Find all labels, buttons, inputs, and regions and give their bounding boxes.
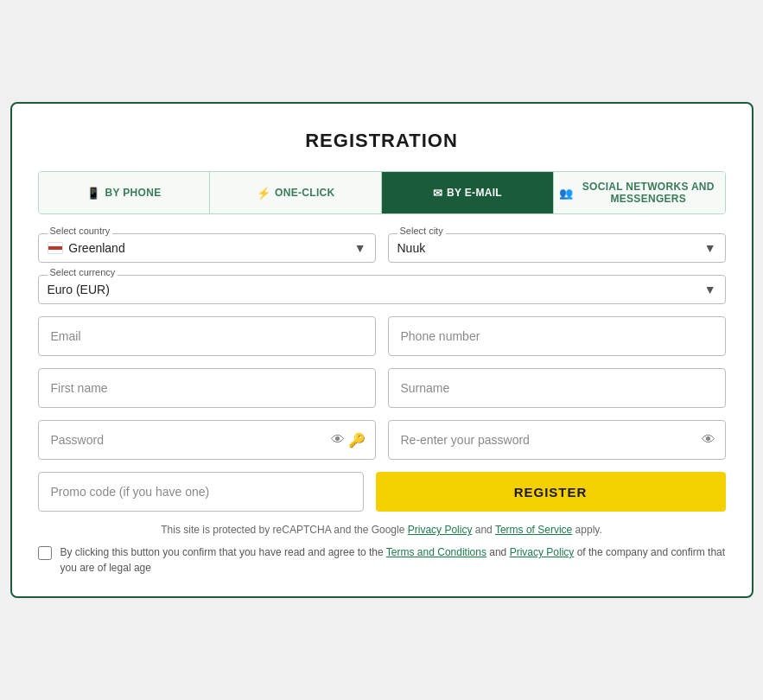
recaptcha-notice: This site is protected by reCAPTCHA and … <box>38 524 726 536</box>
tabs-container: 📱 BY PHONE ⚡ ONE-CLICK ✉ BY E-MAIL 👥 SOC… <box>38 171 726 214</box>
currency-group: Select currency Euro (EUR) ▼ <box>38 275 726 304</box>
surname-input[interactable] <box>388 368 726 408</box>
promo-input[interactable] <box>38 472 364 512</box>
terms-privacy-link[interactable]: Privacy Policy <box>510 546 575 558</box>
phone-input[interactable] <box>388 316 726 356</box>
email-phone-row <box>38 316 726 356</box>
repassword-input[interactable] <box>388 420 726 460</box>
social-icon: 👥 <box>559 187 573 200</box>
phone-icon: 📱 <box>86 187 100 200</box>
password-field-wrapper: 🔑 👁 <box>38 420 376 460</box>
lightning-icon: ⚡ <box>257 187 270 200</box>
form-section: Select country Greenland ▼ Select city N… <box>38 233 726 512</box>
eye-slash-icon[interactable]: 👁 <box>331 432 345 448</box>
tos-link[interactable]: Terms of Service <box>495 524 572 536</box>
privacy-policy-link[interactable]: Privacy Policy <box>408 524 473 536</box>
currency-label: Select currency <box>48 267 118 277</box>
country-label: Select country <box>48 226 113 236</box>
tab-by-phone[interactable]: 📱 BY PHONE <box>39 172 211 213</box>
city-select[interactable]: Nuuk <box>397 239 716 257</box>
terms-text: By clicking this button you confirm that… <box>60 544 726 576</box>
terms-row: By clicking this button you confirm that… <box>38 544 726 576</box>
repassword-eye-icon[interactable]: 👁 <box>702 432 715 448</box>
currency-row: Select currency Euro (EUR) ▼ <box>38 275 726 304</box>
email-field-wrapper <box>38 316 376 356</box>
repassword-field-wrapper: 👁 <box>388 420 726 460</box>
tab-social[interactable]: 👥 SOCIAL NETWORKS AND MESSENGERS <box>554 172 725 213</box>
email-icon: ✉ <box>433 187 442 200</box>
surname-field-wrapper <box>388 368 726 408</box>
tab-by-email[interactable]: ✉ BY E-MAIL <box>382 172 554 213</box>
name-row <box>38 368 726 408</box>
key-icon: 🔑 <box>348 432 366 449</box>
password-input[interactable] <box>38 420 376 460</box>
promo-field-wrapper <box>38 472 364 512</box>
country-select[interactable]: Greenland <box>68 239 366 257</box>
currency-select[interactable]: Euro (EUR) <box>48 281 716 298</box>
city-group: Select city Nuuk ▼ <box>388 233 726 263</box>
city-label: Select city <box>397 226 446 236</box>
country-group: Select country Greenland ▼ <box>38 233 376 263</box>
terms-checkbox[interactable] <box>38 546 52 560</box>
registration-modal: REGISTRATION 📱 BY PHONE ⚡ ONE-CLICK ✉ BY… <box>10 102 753 598</box>
page-title: REGISTRATION <box>38 130 726 152</box>
email-input[interactable] <box>38 316 376 356</box>
promo-register-row: REGISTER <box>38 472 726 512</box>
password-row: 🔑 👁 👁 <box>38 420 726 460</box>
tab-one-click[interactable]: ⚡ ONE-CLICK <box>210 172 382 213</box>
country-city-row: Select country Greenland ▼ Select city N… <box>38 233 726 263</box>
phone-field-wrapper <box>388 316 726 356</box>
country-flag <box>48 242 64 254</box>
firstname-field-wrapper <box>38 368 376 408</box>
register-button[interactable]: REGISTER <box>376 472 726 512</box>
country-select-wrapper: Greenland <box>48 239 366 257</box>
firstname-input[interactable] <box>38 368 376 408</box>
terms-conditions-link[interactable]: Terms and Conditions <box>386 546 486 558</box>
